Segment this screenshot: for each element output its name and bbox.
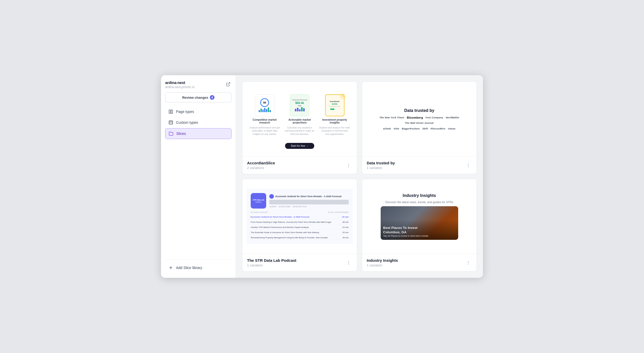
add-slice-library-button[interactable]: Add Slice library	[165, 263, 232, 273]
accordion-slice-preview: 94	[242, 82, 357, 157]
folder-icon	[168, 131, 174, 136]
podcast-ep1-title: Economic Outlook for Short-Term Rentals …	[251, 216, 309, 218]
svg-rect-1	[169, 110, 170, 113]
acc-item-market: 94	[249, 94, 280, 136]
page-types-label: Page types	[176, 110, 194, 114]
slices-label: Slices	[176, 132, 186, 136]
database-icon	[168, 120, 173, 125]
accordion-slice-variations: 2 variations	[247, 166, 275, 170]
logo-phocuswire: PhocusWire	[431, 127, 446, 130]
plus-icon	[168, 265, 173, 270]
acc-item-house: Projected Revenue $56.4k 73%	[284, 94, 315, 136]
podcast-tab-subscribe[interactable]: SUBSCRIBE	[279, 205, 290, 208]
industry-insights-card: Industry Insights Discover the latest ne…	[362, 179, 477, 272]
podcast-preview: STR Data Lab AIRDNA Economic Outlook for…	[242, 179, 357, 254]
accordion-slice-footer: AccordianSlice 2 variations	[242, 157, 357, 174]
accordion-slice-more-button[interactable]	[345, 162, 352, 169]
nav-section: Page types Custom types	[165, 106, 232, 139]
accordion-cta[interactable]: Start for free →	[285, 143, 314, 149]
svg-point-12	[348, 261, 349, 262]
industry-preview-desc: Discover the latest news, trends, and gu…	[385, 201, 453, 204]
accordion-slice-title: AccordianSlice	[247, 161, 275, 165]
svg-point-11	[468, 166, 469, 167]
add-slice-label: Add Slice library	[176, 266, 202, 270]
industry-insights-preview: Industry Insights Discover the latest ne…	[362, 179, 477, 254]
trusted-logos-row1: The New York Times Bloomberg Fast Compan…	[371, 116, 467, 124]
podcast-tabs: SHARE SUBSCRIBE DESCRIPTION	[269, 205, 349, 208]
podcast-episode-5[interactable]: Revolutionizing Property Management Usin…	[251, 236, 349, 240]
podcast-logo-line2: AIRDNA	[255, 201, 261, 203]
acc-desc-1: Analyze performance and get actionable, …	[249, 126, 280, 136]
data-trusted-more-button[interactable]	[465, 162, 472, 169]
sidebar-item-slices[interactable]: Slices	[165, 128, 232, 139]
custom-types-label: Custom types	[176, 120, 198, 125]
svg-line-0	[228, 82, 230, 85]
podcast-episode-title: Economic Outlook for Short-Term Rentals …	[275, 195, 342, 198]
logo-bloomberg: Bloomberg	[407, 116, 423, 119]
podcast-play-button[interactable]	[269, 194, 274, 199]
podcast-more-button[interactable]	[345, 259, 352, 266]
acc-desc-2: Calculate any property's earning potenti…	[284, 126, 315, 136]
logo-nyt: The New York Times	[379, 116, 404, 119]
logo-wsj: The Wall Street Journal	[405, 122, 434, 124]
svg-point-8	[348, 166, 349, 167]
data-trusted-footer: Data trusted by 1 variation	[362, 157, 477, 174]
podcast-ep1-duration: 34 min	[342, 216, 349, 218]
podcast-episode-4[interactable]: The Essential Guide to Insurance for Sho…	[251, 231, 349, 235]
podcast-ep2-title: From House-Hacking to High Returns: Jour…	[251, 221, 331, 223]
industry-img-title: Best Places To Invest	[383, 226, 418, 230]
review-changes-label: Review changes	[182, 96, 208, 99]
slices-grid: 94	[242, 81, 477, 272]
svg-point-3	[169, 121, 173, 122]
data-trusted-card: Data trusted by The New York Times Bloom…	[362, 81, 477, 174]
podcast-tab-share[interactable]: SHARE	[269, 205, 277, 208]
podcast-playlist-count: 10 OF 110 EPISODES	[328, 211, 349, 213]
acc-caption-1: Competitive market research	[249, 118, 280, 124]
svg-rect-2	[171, 110, 173, 113]
app-subtitle: ardina-next.prismic.io	[165, 85, 195, 89]
review-changes-badge: 4	[210, 95, 214, 100]
podcast-episode-2[interactable]: From House-Hacking to High Returns: Jour…	[251, 220, 349, 224]
podcast-ep5-title: Revolutionizing Property Management Usin…	[251, 236, 328, 239]
logo-fastcompany: Fast Company	[426, 116, 443, 119]
svg-point-9	[468, 164, 469, 164]
podcast-tab-description[interactable]: DESCRIPTION	[293, 205, 307, 208]
podcast-logo-line1: STR Data Lab	[252, 199, 264, 201]
podcast-ep4-duration: 53 min	[342, 231, 349, 234]
podcast-ep3-title: October STR Market Performance and Elect…	[251, 226, 309, 228]
acc-caption-3: Investment property insights	[319, 118, 350, 124]
podcast-footer: The STR Data Lab Podcast 1 variation	[242, 254, 357, 271]
logo-vrbo: Vrbo	[394, 127, 399, 130]
industry-preview-title: Industry Insights	[403, 193, 436, 198]
industry-img-location: Columbus, GA	[383, 230, 407, 234]
svg-point-16	[468, 262, 469, 263]
sidebar: ardina-next ardina-next.prismic.io Revie…	[161, 75, 236, 278]
external-link-icon[interactable]	[226, 82, 232, 88]
podcast-ep2-duration: 38 min	[342, 221, 349, 223]
industry-insights-title: Industry Insights	[367, 258, 398, 263]
podcast-variations: 1 variation	[247, 263, 296, 267]
podcast-ep4-title: The Essential Guide to Insurance for Sho…	[251, 231, 319, 234]
svg-point-10	[468, 165, 469, 165]
logo-inman: inman	[448, 127, 456, 130]
sidebar-header: ardina-next ardina-next.prismic.io	[165, 80, 232, 89]
industry-insights-variations: 1 variation	[367, 263, 398, 267]
accordion-slice-card: 94	[242, 81, 357, 174]
podcast-logo: STR Data Lab AIRDNA	[251, 193, 266, 209]
main-content: 94	[236, 75, 483, 278]
podcast-ep3-duration: 24 min	[342, 226, 349, 228]
industry-insights-more-button[interactable]	[465, 259, 472, 266]
sidebar-item-custom-types[interactable]: Custom types	[165, 117, 232, 128]
logo-skift: Skift	[423, 127, 428, 130]
podcast-episode-3[interactable]: October STR Market Performance and Elect…	[251, 225, 349, 229]
data-trusted-title: Data trusted by	[367, 161, 395, 165]
acc-caption-2: Actionable market projections	[284, 118, 315, 124]
review-changes-button[interactable]: Review changes 4	[165, 93, 232, 102]
trusted-logos-row2: airbnb Vrbo BiggerPockets Skift PhocusWi…	[383, 127, 455, 130]
sidebar-item-page-types[interactable]: Page types	[165, 106, 232, 117]
podcast-episode-1[interactable]: Economic Outlook for Short-Term Rentals …	[251, 215, 349, 219]
svg-point-13	[348, 262, 349, 263]
app-title: ardina-next	[165, 80, 195, 85]
industry-preview-image: Best Places To Invest Columbus, GA Top 2…	[381, 206, 458, 240]
acc-item-invest: Investment $150k Cap Rate 8.5% Investmen…	[319, 94, 350, 136]
